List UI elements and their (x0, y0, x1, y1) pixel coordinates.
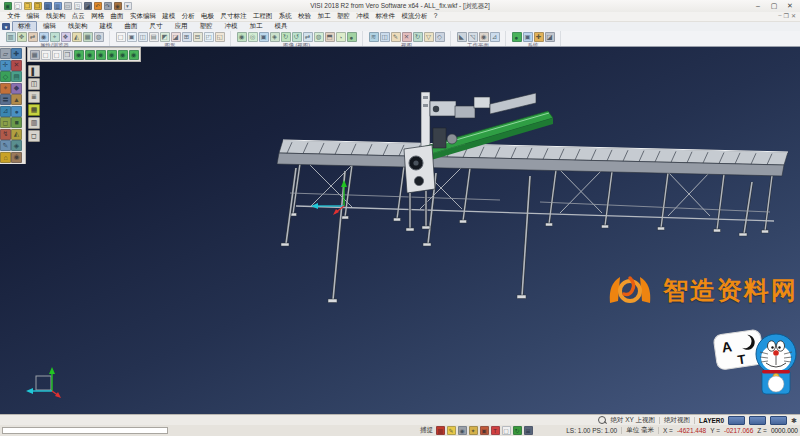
user-snap-icon[interactable]: ◉ (458, 426, 467, 435)
menu-item-19[interactable]: ? (431, 12, 441, 21)
point-tool-icon[interactable]: ◇ (0, 71, 11, 82)
zoom-extents-icon[interactable]: ⬒ (325, 32, 335, 42)
new-view-icon[interactable]: ▢ (41, 50, 51, 60)
minimize-button[interactable]: – (750, 0, 766, 11)
page-snap-icon[interactable]: ▢ (502, 426, 511, 435)
shade-icon[interactable]: ◍ (94, 32, 104, 42)
filter-surfaces-button[interactable]: ◫ (28, 78, 40, 90)
view-top-icon[interactable]: ◉ (74, 50, 84, 60)
dynamic-view-icon[interactable]: ◔ (336, 32, 346, 42)
split-view-icon[interactable]: ◫ (380, 32, 390, 42)
filter-wireframe-button[interactable]: ≣ (28, 91, 40, 103)
mdi-restore-button[interactable]: ❐ (784, 12, 789, 19)
text-mode-icon[interactable]: T (491, 426, 500, 435)
workplane-origin-icon[interactable]: ◉ (479, 32, 489, 42)
target-icon[interactable]: ⌖ (50, 32, 60, 42)
rotate-view-icon[interactable]: ↻ (281, 32, 291, 42)
redo-icon[interactable]: ↷ (104, 2, 112, 10)
filter-solids-button[interactable]: ▌ (28, 65, 40, 77)
vehicle-snap-icon[interactable]: ▣ (480, 426, 489, 435)
view-waves-icon[interactable]: ≋ (369, 32, 379, 42)
offset-icon[interactable]: ◰ (204, 32, 214, 42)
render-icon[interactable]: ◈ (270, 32, 280, 42)
circle-icon[interactable]: ▤ (149, 32, 159, 42)
view-iso-icon[interactable]: ◉ (107, 50, 117, 60)
annotate-icon[interactable]: ✎ (391, 32, 401, 42)
browser-icon[interactable]: ✥ (17, 32, 27, 42)
export-icon[interactable]: ◳ (74, 2, 82, 10)
menu-item-17[interactable]: 标准件 (372, 12, 398, 21)
snap-tool-icon[interactable]: ⌖ (0, 83, 11, 94)
new-model-icon[interactable]: ▣ (4, 2, 12, 10)
view-bottom-icon[interactable]: ◉ (129, 50, 139, 60)
box-tool-icon[interactable]: ◻ (0, 117, 11, 128)
pan-view-icon[interactable]: ⇄ (303, 32, 313, 42)
view-mode-label[interactable]: 绝对视图 (664, 416, 690, 425)
select-tool-icon[interactable]: ▱ (0, 48, 11, 59)
system-window-icon[interactable]: ▣ (523, 32, 533, 42)
workplane-3pt-icon[interactable]: ⊿ (490, 32, 500, 42)
sketch-tool-icon[interactable]: ✎ (0, 140, 11, 151)
3d-viewport[interactable] (0, 47, 800, 414)
rectangle-icon[interactable]: ◫ (138, 32, 148, 42)
list-tool-icon[interactable]: ▤ (11, 71, 22, 82)
fillet-icon[interactable]: ◪ (171, 32, 181, 42)
refresh-snap-icon[interactable]: ↻ (513, 426, 522, 435)
delete-tool-icon[interactable]: ✕ (11, 60, 22, 71)
grid-icon[interactable]: ▦ (83, 32, 93, 42)
print-icon[interactable]: ▭ (64, 2, 72, 10)
delete-view-icon[interactable]: ✕ (402, 32, 412, 42)
key-snap-icon[interactable]: ✦ (469, 426, 478, 435)
plane-tool-icon[interactable]: 〓 (0, 94, 11, 105)
layers-icon[interactable]: ❖ (61, 32, 71, 42)
stamp-icon[interactable]: ◉ (114, 2, 122, 10)
wireframe-view-icon[interactable]: ◎ (248, 32, 258, 42)
import-icon[interactable]: ◪ (84, 2, 92, 10)
save-icon[interactable]: ▥ (44, 2, 52, 10)
solid-tool-icon[interactable]: ◆ (11, 83, 22, 94)
filter-all-button[interactable]: ▦ (28, 104, 40, 116)
save-as-icon[interactable]: ▥ (54, 2, 62, 10)
system-tools-icon[interactable]: ✚ (534, 32, 544, 42)
edit-snap-icon[interactable]: ✎ (447, 426, 456, 435)
qat-menu-icon[interactable]: ▾ (124, 2, 132, 10)
face-tool-icon[interactable]: ▲ (11, 94, 22, 105)
status-button-1[interactable] (728, 416, 745, 425)
maximize-button[interactable]: ▢ (766, 0, 782, 11)
units-label[interactable]: 单位 毫米 (626, 426, 654, 435)
layer-manager-icon[interactable]: ▦ (30, 50, 40, 60)
close-button[interactable]: ✕ (782, 0, 798, 11)
new-document-icon[interactable]: ▢ (14, 2, 22, 10)
chamfer-icon[interactable]: ⊞ (182, 32, 192, 42)
open-folder-icon[interactable]: ❒ (34, 2, 42, 10)
regen-view-icon[interactable]: ↻ (413, 32, 423, 42)
undo-icon[interactable]: ↶ (94, 2, 102, 10)
polyline-icon[interactable]: ▣ (127, 32, 137, 42)
material-tool-icon[interactable]: ◉ (11, 152, 22, 163)
filter-points-button[interactable]: ▥ (28, 117, 40, 129)
system-eraser-icon[interactable]: ◪ (545, 32, 555, 42)
line-icon[interactable]: ▢ (116, 32, 126, 42)
workplane-align-icon[interactable]: ◹ (468, 32, 478, 42)
trim-icon[interactable]: ⊟ (193, 32, 203, 42)
hidden-line-icon[interactable]: ▣ (259, 32, 269, 42)
measure-tool-icon[interactable]: ◭ (11, 129, 22, 140)
view-list-icon[interactable]: ▢ (52, 50, 62, 60)
view-side-icon[interactable]: ◉ (96, 50, 106, 60)
open-icon[interactable]: ❒ (24, 2, 32, 10)
measure-icon[interactable]: ◭ (72, 32, 82, 42)
menu-item-13[interactable]: 校验 (295, 12, 314, 21)
view-position-label[interactable]: 绝对 XY 上视图 (610, 416, 655, 425)
section-tool-icon[interactable]: ◈ (11, 140, 22, 151)
refresh-view-icon[interactable]: ● (347, 32, 357, 42)
mdi-close-button[interactable]: ✕ (791, 12, 796, 19)
mdi-minimize-button[interactable]: – (778, 12, 781, 19)
flag-snap-icon[interactable]: ▥ (436, 426, 445, 435)
block-tool-icon[interactable]: ■ (11, 117, 22, 128)
status-button-2[interactable] (749, 416, 766, 425)
home-tool-icon[interactable]: ⌂ (0, 152, 11, 163)
mirror-icon[interactable]: ◱ (215, 32, 225, 42)
cascade-views-icon[interactable]: ❐ (63, 50, 73, 60)
menu-item-14[interactable]: 加工 (314, 12, 333, 21)
isometric-view-icon[interactable]: ◇ (435, 32, 445, 42)
